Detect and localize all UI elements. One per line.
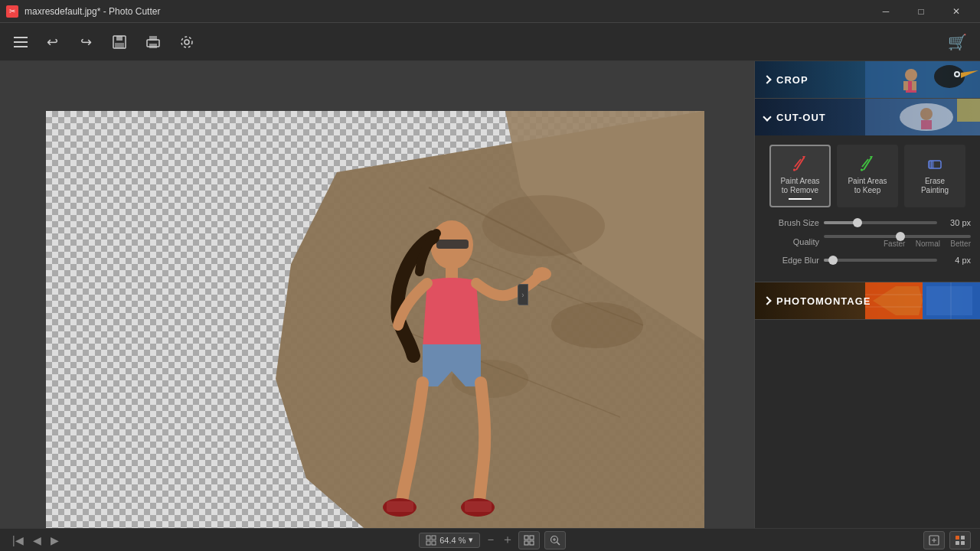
quality-faster: Faster xyxy=(884,240,905,248)
settings-button[interactable] xyxy=(173,28,201,56)
edge-blur-row: Edge Blur 4 px xyxy=(764,256,971,265)
export-button[interactable] xyxy=(923,531,945,549)
brush-size-row: Brush Size 30 px xyxy=(764,218,971,227)
svg-point-19 xyxy=(533,267,551,281)
zoom-dropdown-arrow: ▾ xyxy=(469,535,473,545)
svg-rect-36 xyxy=(957,99,980,122)
zoom-fit-button[interactable] xyxy=(544,531,566,549)
svg-rect-52 xyxy=(432,541,436,545)
erase-icon xyxy=(924,152,946,174)
paint-remove-label: Paint Areasto Remove xyxy=(780,177,819,195)
edge-blur-label: Edge Blur xyxy=(764,256,819,265)
fit-window-button[interactable] xyxy=(518,531,540,549)
cutout-content: Paint Areasto Remove Paint Areasto Keep xyxy=(755,135,980,282)
crop-label: CROP xyxy=(776,74,808,86)
svg-rect-66 xyxy=(956,541,959,545)
layers-icon xyxy=(954,534,966,546)
grid-icon xyxy=(426,535,436,546)
panel-expand-arrow[interactable]: › xyxy=(518,284,528,305)
right-panel: CROP CUT-OUT xyxy=(754,61,980,528)
prev-frame-button[interactable]: ◀ xyxy=(30,534,44,546)
print-button[interactable] xyxy=(139,28,167,56)
canvas-area[interactable]: › xyxy=(0,61,754,528)
undo-button[interactable]: ↩ xyxy=(38,28,66,56)
paint-keep-icon xyxy=(857,152,878,174)
svg-point-11 xyxy=(551,302,643,348)
cutout-header[interactable]: CUT-OUT xyxy=(755,99,980,135)
titlebar: ✂ maxresdefault.jpg* - Photo Cutter ─ □ … xyxy=(0,0,980,23)
svg-point-10 xyxy=(482,195,605,256)
edge-blur-value: 4 px xyxy=(942,256,971,265)
svg-point-28 xyxy=(905,69,917,81)
svg-point-34 xyxy=(920,108,933,120)
redo-button[interactable]: ↪ xyxy=(72,28,100,56)
brush-size-label: Brush Size xyxy=(764,218,819,227)
svg-rect-64 xyxy=(956,536,959,540)
svg-rect-51 xyxy=(426,541,430,545)
svg-line-58 xyxy=(557,542,560,545)
svg-rect-17 xyxy=(436,240,469,249)
tool-buttons-group: Paint Areasto Remove Paint Areasto Keep xyxy=(764,145,971,207)
svg-point-27 xyxy=(956,73,959,76)
svg-rect-23 xyxy=(465,501,492,512)
paint-remove-button[interactable]: Paint Areasto Remove xyxy=(769,145,831,207)
save-button[interactable] xyxy=(106,28,133,56)
status-icons xyxy=(923,531,971,549)
brush-size-value: 30 px xyxy=(942,218,971,227)
window-title: maxresdefault.jpg* - Photo Cutter xyxy=(24,6,160,17)
cart-button[interactable]: 🛒 xyxy=(943,28,971,56)
maximize-button[interactable]: □ xyxy=(903,0,939,23)
brush-size-slider[interactable] xyxy=(824,221,937,224)
crop-section: CROP xyxy=(755,61,980,99)
canvas-image xyxy=(46,111,704,528)
erase-label: ErasePainting xyxy=(921,177,949,195)
next-frame-button[interactable]: ▶ xyxy=(47,534,62,546)
quality-label: Quality xyxy=(764,237,819,246)
photomontage-label: PHOTOMONTAGE xyxy=(776,295,871,307)
svg-rect-2 xyxy=(115,43,124,48)
zoom-selector[interactable]: 64.4 % ▾ xyxy=(419,533,480,548)
svg-rect-1 xyxy=(116,36,122,41)
svg-rect-30 xyxy=(903,81,908,90)
svg-point-25 xyxy=(934,65,965,88)
svg-point-6 xyxy=(185,40,189,44)
fit-window-icon xyxy=(523,534,535,546)
svg-rect-53 xyxy=(524,536,528,540)
quality-slider[interactable] xyxy=(824,235,971,238)
svg-point-7 xyxy=(181,37,192,47)
quality-normal: Normal xyxy=(916,240,940,248)
paint-keep-label: Paint Areasto Keep xyxy=(848,177,887,195)
svg-rect-31 xyxy=(912,81,916,90)
close-button[interactable]: ✕ xyxy=(939,0,974,23)
paint-keep-button[interactable]: Paint Areasto Keep xyxy=(837,145,898,207)
statusbar: |◀ ◀ ▶ 64.4 % ▾ － ＋ xyxy=(0,528,980,551)
paint-remove-active xyxy=(789,198,812,200)
first-frame-button[interactable]: |◀ xyxy=(9,534,27,546)
magnify-fit-icon xyxy=(549,534,561,546)
quality-row: Quality Faster Normal Better xyxy=(764,235,971,248)
layers-button[interactable] xyxy=(949,531,971,549)
photomontage-header[interactable]: PHOTOMONTAGE xyxy=(755,282,980,319)
minimize-button[interactable]: ─ xyxy=(868,0,903,23)
app-icon: ✂ xyxy=(6,5,18,18)
cutout-section: CUT-OUT Paint Areasto Remove xyxy=(755,99,980,282)
canvas-checkerboard xyxy=(46,111,704,528)
svg-rect-55 xyxy=(524,541,528,545)
svg-rect-5 xyxy=(149,44,157,48)
svg-rect-49 xyxy=(426,536,430,540)
svg-marker-45 xyxy=(926,286,972,315)
edge-blur-slider[interactable] xyxy=(824,259,937,262)
crop-header[interactable]: CROP xyxy=(755,61,980,98)
zoom-area: 64.4 % ▾ － ＋ xyxy=(419,531,566,549)
svg-rect-67 xyxy=(961,541,965,545)
zoom-in-button[interactable]: ＋ xyxy=(501,532,514,548)
navigation-controls: |◀ ◀ ▶ xyxy=(9,534,62,546)
menu-button[interactable] xyxy=(9,32,32,52)
quality-better: Better xyxy=(950,240,971,248)
paint-remove-icon xyxy=(789,152,811,174)
zoom-out-button[interactable]: － xyxy=(485,532,497,548)
toolbar: ↩ ↪ 🛒 xyxy=(0,23,980,61)
svg-rect-22 xyxy=(387,501,413,512)
erase-button[interactable]: ErasePainting xyxy=(904,145,965,207)
cutout-label: CUT-OUT xyxy=(776,112,826,123)
